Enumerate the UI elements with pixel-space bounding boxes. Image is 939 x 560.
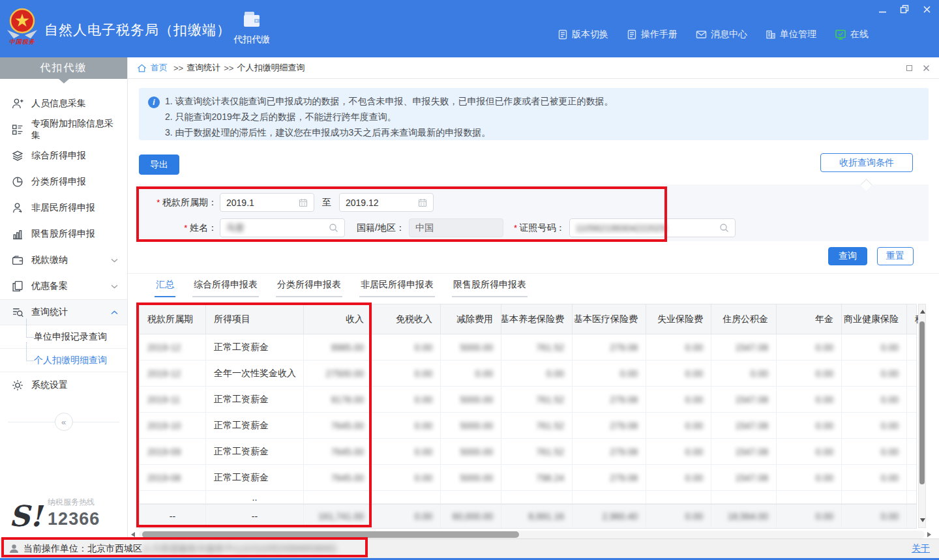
menu-version-switch[interactable]: 版本切换 bbox=[558, 29, 608, 40]
sidebar-item-preference-filing[interactable]: 优惠备案 bbox=[0, 273, 127, 299]
status-bar: 当前操作单位：北京市西城区 人力资源服务共服务中心(1/111052339485… bbox=[0, 538, 939, 560]
sidebar-item-label: 税款缴纳 bbox=[31, 254, 68, 266]
table-cell: -- bbox=[206, 505, 304, 528]
table-cell: 7645.00 bbox=[304, 413, 372, 438]
notice-line: 2. 只能查询2019年及之后的数据，不能进行跨年度查询。 bbox=[165, 109, 919, 125]
table-cell: 全年一次性奖金收入 bbox=[206, 361, 304, 386]
sidebar-item-comprehensive-income[interactable]: 综合所得申报 bbox=[0, 143, 127, 169]
collapse-query-button[interactable]: 收折查询条件 bbox=[820, 153, 913, 172]
tab-classified-income-form[interactable]: 分类所得申报表 bbox=[276, 279, 342, 297]
sidebar-item-classified-income[interactable]: 分类所得申报 bbox=[0, 169, 127, 195]
window-controls bbox=[876, 4, 932, 14]
table-cell: 1547.08 bbox=[711, 334, 777, 360]
table-cell: 279.08 bbox=[573, 387, 646, 412]
nationality-value: 中国 bbox=[415, 222, 434, 234]
summary-table: 税款所属期所得项目收入免税收入减除费用基本养老保险费基本医疗保险费失业保险费住房… bbox=[139, 304, 917, 529]
scroll-left-arrow[interactable] bbox=[131, 532, 135, 537]
sidebar-item-system-settings[interactable]: 系统设置 bbox=[0, 372, 127, 398]
menu-unit-management[interactable]: 单位管理 bbox=[766, 29, 816, 40]
table-cell: 0.00 bbox=[646, 505, 711, 528]
sidebar-collapse-button[interactable]: « bbox=[55, 413, 73, 431]
sidebar-subitem-personal-withholding-query[interactable]: 个人扣缴明细查询 bbox=[0, 349, 127, 372]
table-cell: 2019-11 bbox=[140, 387, 206, 412]
online-monitor-icon bbox=[835, 29, 846, 40]
table-cell: 0.00 bbox=[711, 361, 777, 386]
table-cell bbox=[441, 491, 501, 503]
table-row: 2019-12全年一次性奖金收入27500.000.000.000.000.00… bbox=[140, 361, 916, 387]
close-button[interactable] bbox=[921, 4, 932, 14]
table-cell: 0.00 bbox=[372, 439, 441, 464]
sidebar-item-query-statistics[interactable]: 查询统计 bbox=[0, 299, 127, 325]
chevron-down-icon bbox=[111, 258, 118, 263]
table-cell: 161,741.00 bbox=[304, 505, 372, 528]
breadcrumb-home[interactable]: 首页 bbox=[151, 62, 168, 74]
query-form: 税款所属期： 2019.1 至 2019.12 姓名： 马蕾 国籍/地区： bbox=[139, 184, 929, 241]
search-icon bbox=[719, 223, 729, 233]
table-cell: 0.00 bbox=[646, 361, 711, 386]
result-tabs: 汇总 综合所得申报表 分类所得申报表 非居民所得申报表 限售股所得申报表 bbox=[155, 279, 528, 297]
person-icon bbox=[12, 202, 23, 214]
sidebar-subitem-unit-declaration-query[interactable]: 单位申报记录查询 bbox=[0, 325, 127, 349]
breadcrumb-crumb: 查询统计 bbox=[186, 62, 220, 74]
period-to-input[interactable]: 2019.12 bbox=[339, 193, 434, 212]
tab-comprehensive-income-form[interactable]: 综合所得申报表 bbox=[192, 279, 259, 297]
table-cell bbox=[842, 491, 907, 503]
restore-button[interactable] bbox=[899, 4, 910, 14]
table-cell bbox=[711, 491, 777, 503]
table-cell: 0.00 bbox=[777, 413, 842, 438]
table-row: 2019-08正常工资薪金7645.000.005000.00798.24279… bbox=[140, 465, 916, 491]
table-body: 2019-12正常工资薪金9985.000.005000.00761.52279… bbox=[140, 334, 916, 528]
sidebar-item-nonresident-income[interactable]: 非居民所得申报 bbox=[0, 195, 127, 221]
column-header: 免税收入 bbox=[372, 304, 441, 334]
horizontal-scrollbar[interactable] bbox=[139, 531, 925, 538]
query-button[interactable]: 查询 bbox=[828, 247, 867, 265]
section-divider bbox=[128, 273, 939, 274]
column-header: 失业保险费 bbox=[646, 304, 711, 334]
table-cell: 9985.00 bbox=[304, 334, 372, 360]
table-cell: 0.00 bbox=[372, 361, 441, 386]
menu-label: 操作手册 bbox=[641, 29, 678, 40]
export-button[interactable]: 导出 bbox=[139, 155, 179, 175]
tab-nonresident-income-form[interactable]: 非居民所得申报表 bbox=[359, 279, 435, 297]
scroll-up-arrow[interactable] bbox=[920, 310, 925, 314]
table-cell: 2019-09 bbox=[140, 439, 206, 464]
table-cell bbox=[646, 491, 711, 503]
menu-label: 单位管理 bbox=[780, 29, 816, 40]
menu-message-center[interactable]: 消息中心 bbox=[696, 29, 747, 40]
tab-summary[interactable]: 汇总 bbox=[155, 279, 175, 297]
panel-close-icon[interactable] bbox=[923, 65, 930, 72]
horizontal-scroll-thumb[interactable] bbox=[142, 531, 519, 538]
hotline-number: 12366 bbox=[48, 509, 100, 529]
vertical-scroll-thumb[interactable] bbox=[919, 321, 925, 484]
scroll-down-arrow[interactable] bbox=[920, 518, 925, 522]
scroll-right-arrow[interactable] bbox=[927, 532, 931, 537]
sidebar-item-special-deduction[interactable]: 专项附加扣除信息采集 bbox=[0, 117, 127, 143]
table-cell: 0.00 bbox=[501, 361, 573, 386]
table-cell: 0.00 bbox=[777, 387, 842, 412]
table-cell: 正常工资薪金 bbox=[206, 387, 304, 412]
about-link[interactable]: 关于 bbox=[912, 543, 930, 555]
vertical-scrollbar[interactable] bbox=[918, 304, 926, 528]
document-icon bbox=[558, 29, 568, 40]
sidebar-item-tax-payment[interactable]: 税款缴纳 bbox=[0, 247, 127, 273]
sidebar-item-restricted-shares[interactable]: 限售股所得申报 bbox=[0, 221, 127, 247]
period-to-value: 2019.12 bbox=[346, 198, 379, 208]
panel-maximize-icon[interactable] bbox=[906, 65, 912, 71]
tab-withholding[interactable]: 代扣代缴 bbox=[227, 10, 276, 52]
name-input[interactable]: 马蕾 bbox=[220, 218, 345, 237]
period-from-input[interactable]: 2019.1 bbox=[220, 193, 314, 212]
table-cell: 60,000.00 bbox=[441, 505, 501, 528]
table-cell: 2019-10 bbox=[140, 413, 206, 438]
online-status[interactable]: 在线 bbox=[835, 29, 869, 40]
reset-button[interactable]: 重置 bbox=[877, 247, 914, 265]
id-number-input[interactable]: 110562199304222029 bbox=[569, 218, 736, 237]
sidebar-item-personnel-info[interactable]: 人员信息采集 bbox=[0, 91, 127, 117]
tab-restricted-shares-form[interactable]: 限售股所得申报表 bbox=[452, 279, 528, 297]
table-cell: 798.24 bbox=[501, 465, 573, 490]
to-label: 至 bbox=[322, 197, 331, 209]
menu-manual[interactable]: 操作手册 bbox=[627, 29, 678, 40]
chevron-down-icon bbox=[111, 284, 118, 289]
table-cell: 0.00 bbox=[842, 505, 907, 528]
table-cell: 5000.00 bbox=[441, 465, 501, 490]
minimize-button[interactable] bbox=[876, 4, 888, 14]
